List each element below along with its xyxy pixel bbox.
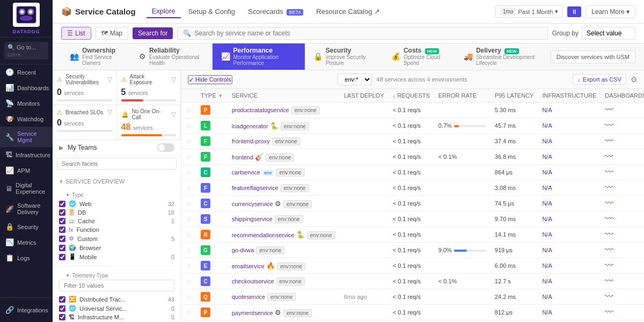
tab-performance[interactable]: 📈 Performance Monitor Application Perfor…	[213, 43, 305, 70]
service-name-currency[interactable]: currencyservice	[232, 201, 273, 207]
service-name-recommendation[interactable]: recommendationservice	[232, 232, 295, 238]
star-frontend-proxy[interactable]: ☆	[186, 137, 192, 145]
star-quoteservice[interactable]: ☆	[186, 293, 192, 301]
infra-checkoutservice[interactable]: N/A	[542, 278, 552, 284]
dashboards-frontend[interactable]: 〰	[605, 152, 613, 161]
service-name-frontend-proxy[interactable]: frontend-proxy	[232, 138, 270, 144]
sidebar-item-service-mgmt[interactable]: 🔧 Service Mgmt	[0, 127, 53, 147]
infra-emailservice[interactable]: N/A	[542, 262, 552, 269]
dashboards-productcatalog[interactable]: 〰	[605, 105, 613, 114]
group-by-select[interactable]: Select value	[582, 27, 635, 40]
star-shipping[interactable]: ☆	[186, 215, 192, 223]
no-one-on-call-filter-icon[interactable]: ▽	[171, 111, 176, 118]
tab-costs[interactable]: 💰 Costs NEW Optimize Cloud Spend	[383, 43, 455, 70]
infra-frontend[interactable]: N/A	[542, 153, 552, 160]
infra-loadgenerator[interactable]: N/A	[542, 122, 552, 129]
tab-resource-catalog[interactable]: Resource Catalog ↗	[311, 5, 385, 18]
service-name-cartservice[interactable]: cartservice	[232, 169, 260, 175]
infra-productcatalog[interactable]: N/A	[542, 107, 552, 113]
infra-frontend-proxy[interactable]: N/A	[542, 138, 552, 144]
dashboards-frontend-proxy[interactable]: 〰	[605, 136, 613, 145]
goto-search-button[interactable]: 🔍 Go to... Ctrl+K	[4, 42, 48, 60]
breached-slos-filter-icon[interactable]: ▽	[107, 108, 112, 116]
infra-paymentservice[interactable]: N/A	[542, 309, 552, 316]
sidebar-item-integrations[interactable]: 🔗 Integrations	[0, 302, 53, 318]
map-view-button[interactable]: 🗺 Map	[96, 27, 128, 40]
sidebar-item-dashboards[interactable]: 📊 Dashboards	[0, 80, 53, 96]
type-web-checkbox[interactable]	[59, 201, 65, 207]
sidebar-item-infrastructure[interactable]: 🏗 Infrastructure	[0, 147, 53, 163]
col-last-deploy[interactable]: LAST DEPLOY	[340, 89, 389, 103]
my-teams-toggle[interactable]	[157, 143, 174, 152]
list-view-button[interactable]: ☰ List	[61, 27, 91, 40]
sidebar-item-recent[interactable]: 🕐 Recent	[0, 64, 53, 80]
star-loadgenerator[interactable]: ☆	[186, 122, 192, 130]
telemetry-filter-input[interactable]	[59, 280, 174, 291]
sidebar-item-digital-experience[interactable]: 🖥 Digital Experience	[0, 178, 53, 199]
infra-currency[interactable]: N/A	[542, 200, 552, 207]
tab-reliability[interactable]: ⚙ Reliability Evaluate Operational Healt…	[130, 43, 213, 70]
telemetry-infra-checkbox[interactable]	[59, 314, 65, 320]
security-vuln-filter-icon[interactable]: ▽	[107, 76, 112, 83]
star-frontend[interactable]: ☆	[186, 153, 192, 161]
sidebar-item-watchdog[interactable]: 🐶 Watchdog	[0, 111, 53, 127]
type-browser-checkbox[interactable]	[59, 245, 65, 251]
star-recommendation[interactable]: ☆	[186, 231, 192, 239]
service-name-emailservice[interactable]: emailservice	[232, 263, 265, 269]
service-name-paymentservice[interactable]: paymentservice	[232, 310, 273, 316]
col-service[interactable]: SERVICE	[228, 89, 340, 103]
infra-recommendation[interactable]: N/A	[542, 231, 552, 238]
dashboards-loadgenerator[interactable]: 〰	[605, 121, 613, 130]
tab-setup-config[interactable]: Setup & Config	[183, 5, 240, 18]
type-cache-checkbox[interactable]	[59, 218, 65, 224]
search-facets-input[interactable]	[57, 158, 177, 170]
col-type[interactable]: TYPE ▼	[196, 89, 228, 103]
infra-godvwa[interactable]: N/A	[542, 247, 552, 253]
settings-icon[interactable]: ⚙	[631, 75, 638, 84]
dashboards-featureflag[interactable]: 〰	[605, 183, 613, 192]
search-input[interactable]	[194, 30, 541, 37]
star-paymentservice[interactable]: ☆	[186, 309, 192, 317]
star-productcatalog[interactable]: ☆	[186, 106, 192, 114]
sidebar-item-security[interactable]: 🔒 Security	[0, 219, 53, 235]
sidebar-item-apm[interactable]: 📈 APM	[0, 163, 53, 178]
dashboards-cartservice[interactable]: 〰	[605, 167, 613, 177]
col-requests[interactable]: ↓ REQUESTS	[389, 89, 434, 103]
telemetry-universal-checkbox[interactable]	[59, 305, 65, 312]
type-custom-checkbox[interactable]	[59, 236, 65, 242]
service-name-shipping[interactable]: shippingservice	[232, 216, 273, 222]
type-db-checkbox[interactable]	[59, 209, 65, 216]
col-dashboards[interactable]: DASHBOARDS	[601, 89, 644, 103]
attack-exposure-filter-icon[interactable]: ▽	[171, 76, 176, 83]
discover-services-button[interactable]: Discover services with USM	[551, 50, 635, 63]
star-featureflag[interactable]: ☆	[186, 184, 192, 192]
dashboards-paymentservice[interactable]: 〰	[605, 308, 613, 317]
infra-shipping[interactable]: N/A	[542, 216, 552, 222]
col-p95-latency[interactable]: P95 LATENCY	[491, 89, 538, 103]
dashboards-recommendation[interactable]: 〰	[605, 230, 613, 239]
dashboards-quoteservice[interactable]: 〰	[605, 292, 613, 301]
dashboards-godvwa[interactable]: 〰	[605, 245, 613, 254]
service-name-frontend[interactable]: frontend	[232, 154, 253, 160]
service-name-productcatalog[interactable]: productcatalogservice	[232, 107, 289, 113]
type-mobile-checkbox[interactable]	[59, 254, 65, 260]
telemetry-filter-label[interactable]: Telemetry Type	[59, 270, 174, 280]
sidebar-item-logs[interactable]: 📋 Logs	[0, 250, 53, 266]
service-name-loadgenerator[interactable]: loadgenerator	[232, 123, 268, 129]
time-selector[interactable]: 1mo Past 1 Month ▾	[495, 5, 563, 18]
export-csv-button[interactable]: ↓ Export as CSV	[573, 74, 626, 85]
pause-button[interactable]: ⏸	[567, 6, 581, 17]
service-overview-section[interactable]: SERVICE OVERVIEW	[53, 175, 181, 186]
tab-security[interactable]: 🔒 Security Improve Security Posture	[305, 43, 383, 70]
dashboards-shipping[interactable]: 〰	[605, 214, 613, 223]
learn-more-button[interactable]: Learn More ▾	[586, 5, 635, 18]
infra-quoteservice[interactable]: N/A	[542, 294, 552, 300]
tab-delivery[interactable]: 🚚 Delivery NEW Streamline Development Li…	[455, 43, 551, 70]
hide-controls-button[interactable]: ↙ Hide Controls	[188, 75, 232, 84]
col-error-rate[interactable]: ERROR RATE	[434, 89, 491, 103]
sidebar-item-software-delivery[interactable]: 🚀 Software Delivery	[0, 199, 53, 219]
infra-cartservice[interactable]: N/A	[542, 169, 552, 175]
tab-ownership[interactable]: 👥 Ownership Find Service Owners	[61, 43, 130, 70]
service-name-checkoutservice[interactable]: checkoutservice	[232, 278, 274, 284]
env-select[interactable]: env:*	[338, 74, 372, 85]
